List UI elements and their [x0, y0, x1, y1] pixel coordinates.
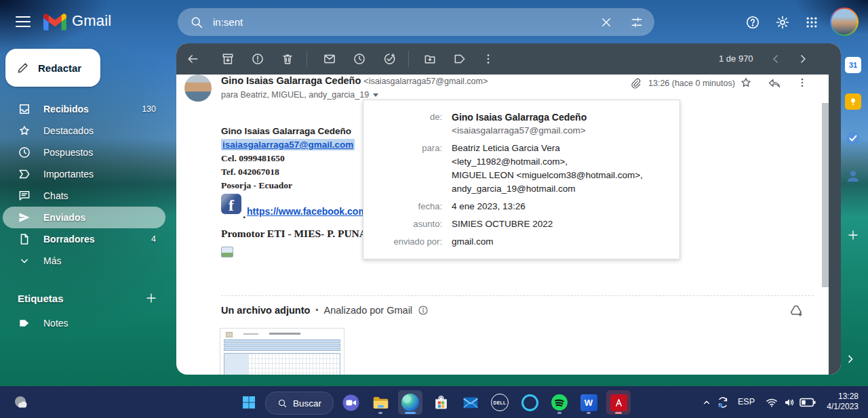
mark-unread-icon[interactable] — [323, 52, 336, 66]
add-label-icon[interactable] — [145, 292, 157, 304]
signature-dot: . — [243, 209, 245, 221]
tasks-icon[interactable] — [845, 130, 861, 146]
widgets-weather-icon[interactable] — [9, 390, 34, 415]
mail-app-icon[interactable] — [458, 390, 483, 415]
info-icon[interactable] — [418, 305, 429, 316]
sender-avatar[interactable] — [184, 75, 212, 102]
help-icon[interactable] — [745, 15, 760, 30]
account-avatar[interactable] — [830, 7, 859, 36]
spotify-icon[interactable] — [547, 390, 572, 415]
signature-email-link[interactable]: isaiasgalarraga57@gmail.com — [221, 139, 355, 150]
back-icon[interactable] — [186, 52, 199, 66]
update-sync-icon[interactable] — [716, 396, 730, 409]
show-details-icon[interactable] — [372, 91, 379, 98]
search-filter-icon[interactable] — [630, 16, 644, 29]
recipients-text: para Beatriz, MIGUEL, andy_garcia_19 — [221, 90, 369, 100]
running-indicator-active — [615, 412, 622, 414]
chat-icon — [18, 189, 31, 203]
taskbar-search[interactable]: Buscar — [265, 392, 334, 415]
sidebar-item-count: 4 — [151, 234, 156, 244]
word-logo: W — [580, 394, 597, 411]
hide-side-panel-icon[interactable] — [845, 352, 856, 366]
detail-value-date: 4 ene 2023, 13:26 — [452, 200, 669, 213]
apps-grid-icon[interactable] — [805, 16, 818, 29]
save-all-to-drive-icon[interactable] — [789, 304, 804, 318]
sidebar-item-recibidos[interactable]: Recibidos 130 — [0, 98, 168, 120]
taskbar: Buscar DELL W — [0, 386, 868, 418]
attachment-scanned-text: Analizado por Gmail — [324, 305, 413, 316]
toolbar-divider — [408, 51, 409, 67]
delete-icon[interactable] — [281, 52, 294, 66]
gmail-header: Gmail in:sent — [0, 0, 868, 43]
edge-browser-icon[interactable] — [398, 390, 422, 415]
sidebar-item-pospuestos[interactable]: Pospuestos — [0, 142, 168, 163]
search-input[interactable]: in:sent — [213, 16, 600, 28]
file-explorer-icon[interactable] — [368, 390, 393, 415]
thumb-text-line — [243, 333, 258, 335]
signature-name: Gino Isaias Galarraga Cedeño — [221, 126, 351, 136]
running-indicator — [378, 412, 382, 414]
search-bar[interactable]: in:sent — [178, 8, 654, 36]
running-indicator — [557, 412, 561, 414]
archive-icon[interactable] — [221, 52, 235, 66]
sidebar-item-chats[interactable]: Chats — [0, 185, 168, 207]
word-icon[interactable]: W — [576, 390, 601, 415]
detail-to-line: MIGUEL LEON <miguelcom38@hotmail.com>, — [452, 169, 669, 182]
message-more-icon[interactable] — [796, 77, 808, 89]
reply-icon[interactable] — [768, 77, 781, 90]
move-to-icon[interactable] — [423, 52, 437, 66]
facebook-link[interactable]: https://www.facebook.com/ — [247, 206, 370, 217]
scrollbar[interactable] — [822, 103, 829, 287]
tray-overflow-chevron-icon[interactable] — [701, 398, 712, 407]
add-to-tasks-icon[interactable] — [382, 52, 396, 66]
newer-email-icon[interactable] — [769, 52, 783, 66]
older-email-icon[interactable] — [796, 52, 810, 66]
label-tag-icon — [18, 316, 31, 330]
hamburger-menu-icon[interactable] — [15, 15, 31, 28]
teams-chat-icon[interactable] — [338, 390, 363, 415]
keep-icon[interactable] — [845, 93, 861, 110]
gmail-logo-icon[interactable] — [43, 13, 66, 30]
dell-app-icon[interactable]: DELL — [488, 390, 512, 415]
attachment-paperclip-icon — [629, 77, 642, 89]
settings-gear-icon[interactable] — [775, 15, 790, 30]
sidebar-item-enviados[interactable]: Enviados — [3, 207, 165, 228]
start-button[interactable] — [237, 390, 261, 415]
language-indicator[interactable]: ESP — [738, 397, 755, 406]
sidebar-item-label: Recibidos — [43, 104, 142, 114]
get-addons-icon[interactable] — [847, 229, 859, 241]
battery-icon[interactable] — [800, 398, 816, 407]
sidebar-item-importantes[interactable]: Importantes — [0, 163, 168, 185]
microsoft-store-icon[interactable] — [429, 390, 453, 415]
taskbar-clock[interactable]: 13:28 4/1/2023 — [827, 392, 859, 412]
star-message-icon[interactable] — [739, 76, 753, 89]
more-options-icon[interactable] — [481, 52, 495, 66]
compose-button[interactable]: Redactar — [5, 49, 100, 87]
tray-date: 4/1/2023 — [827, 402, 859, 412]
contacts-icon[interactable] — [845, 168, 861, 184]
facebook-icon[interactable]: f — [221, 194, 241, 214]
sidebar-item-notes[interactable]: Notes — [0, 312, 168, 334]
edge-logo — [401, 394, 419, 411]
sender-name: Gino Isaias Galarraga Cedeño — [221, 75, 361, 86]
broken-image-icon — [221, 247, 233, 257]
calendar-icon[interactable]: 31 — [845, 57, 861, 73]
detail-value-subject: SIMIES OCTUBRE 2022 — [452, 217, 669, 231]
clear-search-icon[interactable] — [600, 16, 612, 28]
report-spam-icon[interactable] — [251, 52, 264, 66]
alexa-app-icon[interactable] — [517, 390, 542, 415]
detail-to-line: andy_garcia_19@hotmail.com — [452, 182, 669, 196]
attachment-thumbnail[interactable] — [220, 328, 344, 375]
sidebar-item-label: Borradores — [43, 234, 151, 245]
sidebar-item-mas[interactable]: Más — [0, 250, 168, 272]
labels-icon[interactable] — [453, 52, 467, 66]
volume-icon[interactable] — [783, 396, 796, 409]
recipients-summary[interactable]: para Beatriz, MIGUEL, andy_garcia_19 — [221, 90, 379, 100]
attachment-divider — [221, 295, 814, 296]
snooze-icon[interactable] — [353, 52, 366, 66]
sidebar-item-destacados[interactable]: Destacados — [0, 120, 168, 142]
acrobat-icon[interactable] — [606, 390, 631, 415]
detail-value-to: Beatriz Leticia Garcia Vera <lety_11982@… — [452, 142, 669, 196]
wifi-icon[interactable] — [765, 396, 778, 409]
sidebar-item-borradores[interactable]: Borradores 4 — [0, 228, 168, 250]
